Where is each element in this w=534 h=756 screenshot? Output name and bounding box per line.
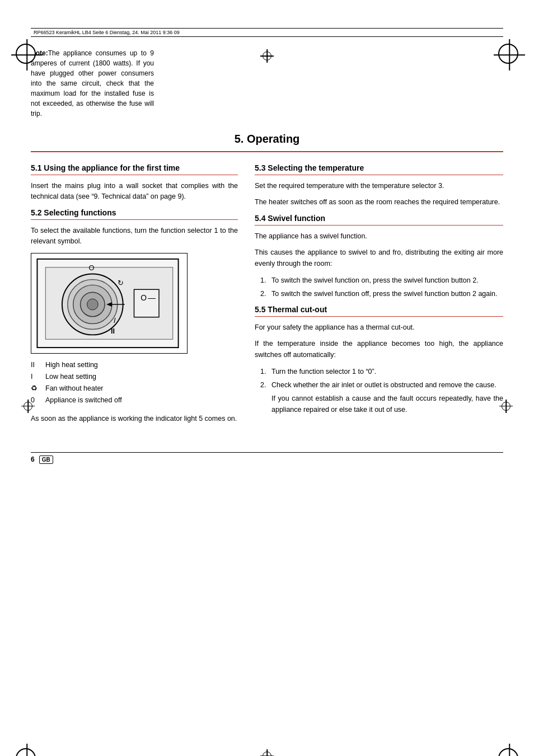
symbol-item-high-heat: II High heat setting bbox=[31, 359, 238, 371]
reg-mark-tl bbox=[16, 44, 36, 64]
function-selector-diagram: O — I II ↻ O bbox=[31, 253, 188, 354]
section-title-rule bbox=[31, 151, 503, 152]
sec52-text: To select the available functions, turn … bbox=[31, 226, 238, 247]
sec52-title: 5.2 Selecting functions bbox=[31, 208, 238, 217]
sec52-rule bbox=[31, 219, 238, 220]
sec55-list: 1. Turn the function selector 1 to “0”. … bbox=[260, 366, 503, 415]
sec54-rule bbox=[255, 225, 503, 226]
svg-text:II: II bbox=[111, 327, 115, 335]
symbol-item-off: 0 Appliance is switched off bbox=[31, 395, 238, 406]
note-section: Note:The appliance consumes up to 9 ampe… bbox=[31, 48, 154, 119]
sec51-rule bbox=[31, 175, 238, 175]
header-text: RP66523 KeramikHL LB4 Seite 6 Dienstag, … bbox=[34, 30, 180, 35]
sec54-text1: The appliance has a swivel function. bbox=[255, 231, 503, 242]
symbol-high-heat: II bbox=[31, 359, 41, 371]
sec55-list-item-1-text: Turn the function selector 1 to “0”. bbox=[271, 366, 376, 377]
svg-text:I: I bbox=[114, 316, 116, 324]
sec53-title: 5.3 Selecting the temperature bbox=[255, 163, 503, 172]
svg-text:O: O bbox=[88, 263, 94, 271]
symbol-off-label: Appliance is switched off bbox=[45, 395, 122, 406]
sec55-list-item-3-text: If you cannot establish a cause and the … bbox=[271, 393, 503, 415]
svg-text:—: — bbox=[148, 293, 156, 302]
footer: 6 GB bbox=[31, 456, 503, 464]
sec54-list: 1. To switch the swivel function on, pre… bbox=[260, 275, 503, 299]
reg-mark-mid-left bbox=[21, 400, 35, 413]
sec54-text2: This causes the appliance to swivel to a… bbox=[255, 247, 503, 269]
content-area: Note:The appliance consumes up to 9 ampe… bbox=[31, 37, 503, 430]
country-badge: GB bbox=[39, 456, 53, 464]
symbol-item-low-heat: I Low heat setting bbox=[31, 371, 238, 383]
symbol-fan-label: Fan without heater bbox=[45, 383, 104, 395]
sec55-title: 5.5 Thermal cut-out bbox=[255, 305, 503, 314]
symbol-list: II High heat setting I Low heat setting … bbox=[31, 359, 238, 407]
bottom-rule bbox=[31, 452, 503, 453]
sec55-list-item-3: If you cannot establish a cause and the … bbox=[271, 393, 503, 415]
reg-mark-br bbox=[498, 748, 518, 756]
sec52-after-text: As soon as the appliance is working the … bbox=[31, 414, 238, 424]
sec55-list-item-2-text: Check whether the air inlet or outlet is… bbox=[271, 379, 496, 391]
reg-mark-tr bbox=[498, 44, 518, 64]
sec54-title: 5.4 Swivel function bbox=[255, 214, 503, 223]
header-bar: RP66523 KeramikHL LB4 Seite 6 Dienstag, … bbox=[31, 28, 503, 37]
sec53-text2: The heater switches off as soon as the r… bbox=[255, 197, 503, 208]
section-title: 5. Operating bbox=[31, 133, 503, 148]
sec53-text1: Set the required temperature with the te… bbox=[255, 181, 503, 191]
note-text: The appliance consumes up to 9 amperes o… bbox=[31, 49, 154, 118]
symbol-low-heat-label: Low heat setting bbox=[45, 371, 96, 383]
sec53-rule bbox=[255, 175, 503, 175]
symbol-item-fan: ♻︎ Fan without heater bbox=[31, 383, 238, 395]
svg-text:↻: ↻ bbox=[118, 279, 124, 287]
sec51-text: Insert the mains plug into a wall socket… bbox=[31, 181, 238, 203]
sec54-list-item-2: 2. To switch the swivel function off, pr… bbox=[260, 288, 503, 299]
svg-text:O: O bbox=[140, 293, 147, 302]
symbol-low-heat: I bbox=[31, 371, 41, 383]
reg-mark-mid-top bbox=[260, 49, 274, 63]
sec55-list-item-2: 2. Check whether the air inlet or outlet… bbox=[260, 379, 503, 391]
sec55-rule bbox=[255, 316, 503, 317]
sec55-text1: For your safety the appliance has a ther… bbox=[255, 322, 503, 333]
left-column: 5.1 Using the appliance for the first ti… bbox=[31, 163, 238, 430]
diagram-svg: O — I II ↻ O bbox=[31, 253, 187, 353]
svg-point-6 bbox=[87, 299, 98, 310]
sec54-list-item-1-text: To switch the swivel function on, press … bbox=[271, 275, 479, 286]
reg-mark-bl bbox=[16, 748, 36, 756]
page: RP66523 KeramikHL LB4 Seite 6 Dienstag, … bbox=[0, 28, 534, 756]
sec54-list-item-1: 1. To switch the swivel function on, pre… bbox=[260, 275, 503, 286]
sec55-list-item-1: 1. Turn the function selector 1 to “0”. bbox=[260, 366, 503, 377]
right-column: 5.3 Selecting the temperature Set the re… bbox=[255, 163, 503, 430]
page-number: 6 bbox=[31, 456, 35, 463]
reg-mark-mid-bottom bbox=[260, 749, 274, 756]
sec55-text2: If the temperature inside the appliance … bbox=[255, 339, 503, 360]
symbol-high-heat-label: High heat setting bbox=[45, 359, 98, 371]
sec54-list-item-2-text: To switch the swivel function off, press… bbox=[271, 288, 497, 299]
reg-mark-mid-right bbox=[499, 400, 513, 413]
two-col-layout: 5.1 Using the appliance for the first ti… bbox=[31, 163, 503, 430]
symbol-fan: ♻︎ bbox=[31, 383, 41, 395]
sec51-title: 5.1 Using the appliance for the first ti… bbox=[31, 163, 238, 172]
